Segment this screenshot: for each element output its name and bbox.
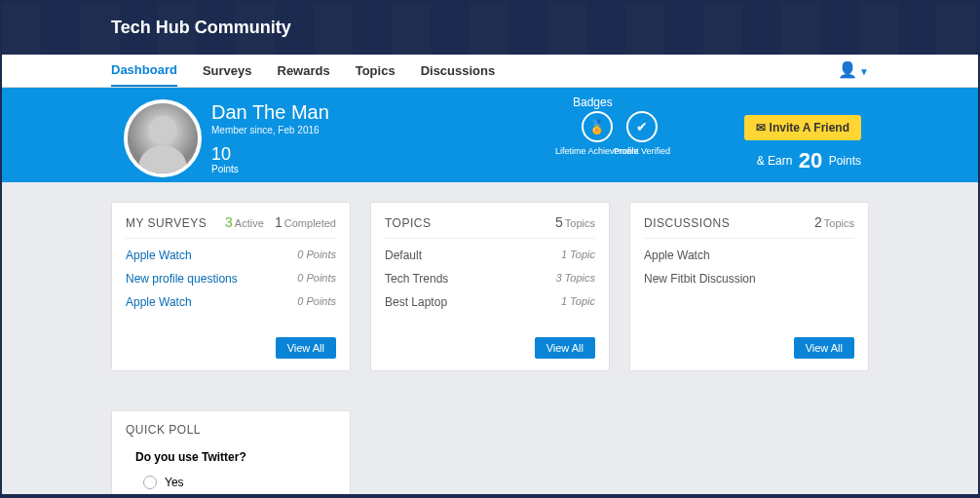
verified-icon: ✔ [626, 111, 658, 142]
badge-label: Profile Verified [614, 146, 670, 157]
tab-topics[interactable]: Topics [356, 56, 396, 86]
profile-hero: Dan The Man Member since, Feb 2016 10 Po… [2, 88, 978, 182]
survey-row[interactable]: Apple Watch0 Points [126, 249, 336, 262]
poll-option-yes[interactable]: Yes [143, 476, 336, 489]
site-title: Tech Hub Community [111, 18, 291, 38]
points-value: 10 [211, 144, 231, 165]
invite-label: Invite A Friend [770, 121, 849, 134]
profile-name: Dan The Man [211, 101, 329, 124]
view-all-discussions-button[interactable]: View All [794, 337, 854, 359]
topic-row[interactable]: Best Laptop1 Topic [385, 295, 595, 309]
card-topics: TOPICS 5Topics Default1 Topic Tech Trend… [370, 202, 610, 371]
poll-option-label: Yes [165, 476, 184, 489]
svg-point-1 [149, 116, 177, 144]
main-nav: Dashboard Surveys Rewards Topics Discuss… [2, 55, 978, 88]
surveys-meta: 3Active 1Completed [225, 214, 336, 230]
card-title: TOPICS [385, 216, 431, 230]
award-icon: 🏅 [582, 111, 613, 142]
topic-row[interactable]: Default1 Topic [385, 249, 595, 262]
avatar[interactable] [124, 99, 202, 177]
card-title: DISCUSSIONS [644, 216, 730, 230]
tab-discussions[interactable]: Discussions [421, 56, 496, 86]
earn-points-text: & Earn 20 Points [757, 148, 861, 173]
badges-heading: Badges [573, 96, 613, 109]
discussions-meta: 2Topics [812, 214, 854, 230]
radio-icon [143, 476, 157, 489]
card-discussions: DISCUSSIONS 2Topics Apple Watch New Fitb… [629, 202, 869, 371]
invite-friend-button[interactable]: ✉Invite A Friend [744, 115, 861, 140]
member-since: Member since, Feb 2016 [211, 125, 320, 135]
discussion-row[interactable]: Apple Watch [644, 249, 854, 262]
tab-surveys[interactable]: Surveys [203, 56, 252, 86]
card-quick-poll: QUICK POLL Do you use Twitter? Yes [111, 410, 351, 498]
user-icon: 👤 [838, 61, 857, 78]
brand-bar: Tech Hub Community [2, 2, 978, 55]
poll-question: Do you use Twitter? [135, 450, 336, 464]
view-all-surveys-button[interactable]: View All [276, 337, 336, 359]
topics-meta: 5Topics [553, 214, 595, 230]
discussion-row[interactable]: New Fitbit Discussion [644, 272, 854, 286]
badge-profile-verified[interactable]: ✔ Profile Verified [614, 111, 670, 157]
user-menu[interactable]: 👤▼ [838, 60, 869, 79]
caret-down-icon: ▼ [859, 66, 869, 77]
survey-row[interactable]: Apple Watch0 Points [126, 295, 336, 309]
view-all-topics-button[interactable]: View All [535, 337, 595, 359]
points-label: Points [211, 164, 239, 174]
envelope-icon: ✉ [756, 121, 766, 134]
tab-rewards[interactable]: Rewards [278, 56, 330, 86]
survey-row[interactable]: New profile questions0 Points [126, 272, 336, 286]
card-my-surveys: MY SURVEYS 3Active 1Completed Apple Watc… [111, 202, 351, 371]
card-title: QUICK POLL [126, 423, 336, 437]
tab-dashboard[interactable]: Dashboard [111, 55, 177, 87]
card-title: MY SURVEYS [126, 216, 207, 230]
topic-row[interactable]: Tech Trends3 Topics [385, 272, 595, 286]
dashboard-cards: MY SURVEYS 3Active 1Completed Apple Watc… [111, 202, 869, 371]
